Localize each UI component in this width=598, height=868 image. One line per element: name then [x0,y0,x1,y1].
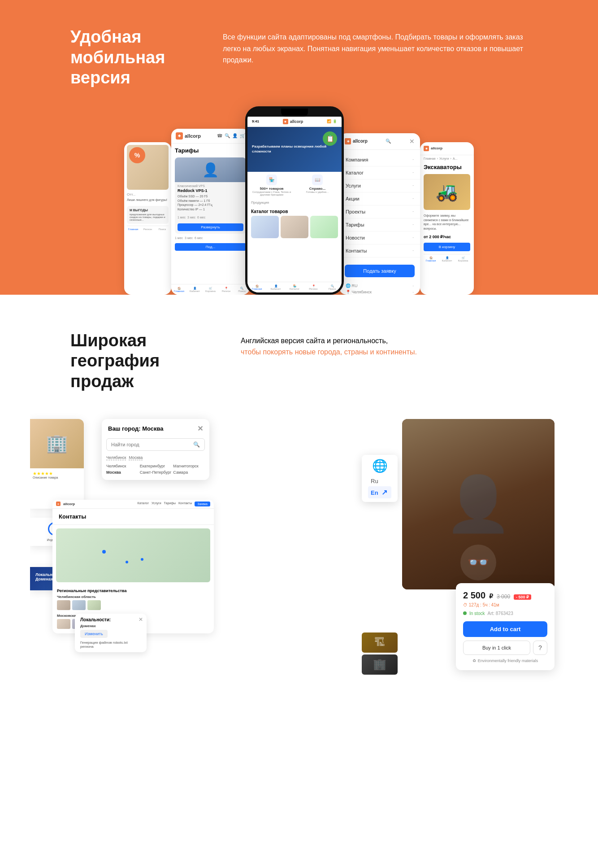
user-icon[interactable]: 👤 [232,133,238,138]
city-tag-moscow[interactable]: Москва [129,455,143,460]
city-search-input[interactable] [111,442,191,447]
city-search-field[interactable]: 🔍 [106,438,205,451]
eco-icon: ♻ [472,659,476,663]
right-tab-cart[interactable]: 🛒Корзина [456,256,470,262]
product-article: Art: 8763423 [487,611,513,616]
menu-item-contacts[interactable]: Контакты· [339,244,420,257]
subscribe-btn[interactable]: Под... [175,243,246,251]
phone-tab-catalog[interactable]: 🏪Каталог [285,282,304,292]
phone-time: 9:41 [252,119,259,123]
globe-icon: 🌐 [368,458,391,473]
tab-search-left[interactable]: Поиск [156,228,169,231]
menu-close-btn[interactable]: ✕ [409,138,415,145]
city-modal-close-btn[interactable]: ✕ [197,424,203,433]
menu-item-news[interactable]: Новости· [339,231,420,244]
tab-main-left[interactable]: Главная [127,228,139,231]
tab-cabinet[interactable]: 👤Кабинет [187,284,203,295]
right-tab-main[interactable]: 🏠Главная [424,256,438,262]
product-image: 🏢 [30,419,84,468]
menu-item-services[interactable]: Услуги· [339,179,420,192]
right-bottom-tabs-mini: 🏠Главная 👤Кабинет 🛒Корзина [420,254,474,262]
city-tag-chelyabinsk[interactable]: Челябинск [106,455,126,460]
nav-logo-icon: ◈ [56,502,61,506]
vps-card: 👤 Классический VPS Reddock VPS-1 Объём S… [175,157,246,234]
chelyabinsk-region-label: Челябинская область [57,595,209,599]
menu-item-catalog[interactable]: Каталог· [339,166,420,179]
geo-section-title: Широкая география продаж [70,331,214,392]
menu-header: ◈ allcorp 🔍 ✕ [339,133,420,150]
contacts-region-title: Региональные представительства [57,589,209,593]
phone-products-label: Продукция [247,199,342,206]
product-eco-label: ♻ Environmentally friendly materials [463,659,547,663]
building-thumbnail-1: 🏗 [362,632,398,653]
menu-footer-city[interactable]: 📍 Челябинск · [346,290,414,294]
city-samara[interactable]: Самара [173,470,205,475]
city-moscow[interactable]: Москва [106,470,138,475]
buy-in-click-button[interactable]: Buy in 1 click [463,641,530,655]
nav-item-3[interactable]: Тарифы [164,502,176,506]
city-search-icon: 🔍 [193,441,200,448]
lang-ru-option[interactable]: Ru [368,476,391,486]
menu-item-projects[interactable]: Проекты· [339,205,420,218]
menu-footer-ru[interactable]: 🌐 RU · [346,284,414,288]
moscow-building-1 [57,619,70,629]
section-geo: Широкая география продаж Английская верс… [0,295,598,715]
lang-en-option[interactable]: En ↗ [368,486,391,498]
menu-item-company[interactable]: Компания· [339,153,420,166]
tab-home[interactable]: 🏠Главная [171,284,187,295]
nav-items: Каталог Услуги Тарифы Контакты Заявка [138,502,210,506]
phone-stat-products: 🏪 500+ товаров Сотрудничаем с Fasa, Temo… [250,174,293,196]
menu-search-icon[interactable]: 🔍 [386,139,391,144]
phone-tab-main[interactable]: 🏠Главная [247,282,266,292]
tab-region-left[interactable]: Регион [141,228,154,231]
city-spb[interactable]: Санкт-Петербург [140,470,172,475]
small-float-close[interactable]: ✕ [139,616,143,623]
phone-hero-text: Разрабатываем планы освещения любой слож… [252,144,337,154]
stock-indicator-dot [463,611,467,615]
vps-expand-btn[interactable]: Развернуть [178,223,243,231]
right-excavator-img: 🚜 [424,174,470,210]
phone-tab-cabinet[interactable]: 👤Кабинет [266,282,285,292]
contacts-map [56,528,210,582]
right-tab-cabinet[interactable]: 👤Кабинет [440,256,454,262]
city-selector-modal: Ваш город: Москва ✕ 🔍 Челябинск Москва Ч… [102,419,209,480]
nav-apply-btn[interactable]: Заявка [195,502,210,506]
advantages-label: М ВЫГОДЫ [130,209,166,212]
menu-item-promotions[interactable]: Акции· [339,192,420,205]
city-magnitogorsk[interactable]: Магнитогорск [173,464,205,468]
phone-green-btn[interactable]: 📋 [323,131,337,146]
allcorp-bottom-tabs: 🏠Главная 👤Кабинет 🛒Корзина 📍Регион 🔍Поис… [171,284,250,295]
phone-hero: Разрабатываем планы освещения любой слож… [247,127,342,172]
phone-tab-search[interactable]: 🔍Поиск [323,282,342,292]
change-btn[interactable]: Изменить [80,630,108,638]
building-img-1 [57,600,70,610]
mobile-section-description: Все функции сайта адаптированы под смарт… [223,31,528,66]
right-add-to-cart-btn[interactable]: В корзину [424,243,470,251]
menu-submit-btn[interactable]: Подать заявку [345,265,415,277]
cart-icon[interactable]: 🛒 [240,133,245,138]
menu-logo: ◈ allcorp [345,138,368,144]
phone-tab-region[interactable]: 📍Регион [304,282,323,292]
locality-value: Доменах [80,624,141,628]
locality-title: Локальности: [80,617,141,622]
city-ekaterinburg[interactable]: Екатеринбург [140,464,172,468]
phone-products [247,216,342,241]
tab-region[interactable]: 📍Регион [218,284,234,295]
nav-item-4[interactable]: Контакты [178,502,192,506]
map-dot-3 [126,561,128,563]
search-icon[interactable]: 🔍 [225,133,230,138]
nav-item-2[interactable]: Услуги [152,502,161,506]
product-help-button[interactable]: ? [533,641,547,655]
allcorp-app-mockup: ◈ allcorp ☎ 🔍 👤 🛒 Тарифы 👤 Классический … [171,129,250,295]
phone-icon[interactable]: ☎ [217,133,222,138]
geo-description-link[interactable]: чтобы покорять новые города, страны и ко… [241,348,417,356]
menu-item-tariffs[interactable]: Тарифы· [339,218,420,231]
building-thumbnails: 🏗 🏢 [362,632,398,675]
add-to-cart-button[interactable]: Add to cart [463,621,547,637]
tab-cart[interactable]: 🛒Корзина [203,284,218,295]
nav-item-1[interactable]: Каталог [138,502,149,506]
product-timer: ⏱ 127д : 5ч : 41м [463,602,547,607]
city-chelyabinsk[interactable]: Челябинск [106,464,138,468]
right-price: от 2 000 ₽/час [420,233,474,241]
phone-logo: ◈ allcorp [283,119,303,124]
